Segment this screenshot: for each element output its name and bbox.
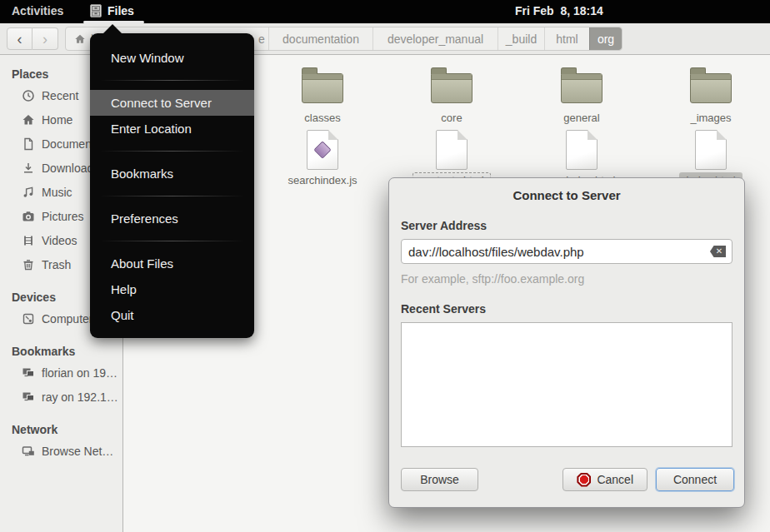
sidebar-item-label: Computer	[42, 312, 92, 326]
forward-button[interactable]: ›	[32, 27, 58, 50]
browse-button[interactable]: Browse	[401, 468, 478, 491]
connect-to-server-dialog: Connect to Server Server Address ✕ For e…	[388, 177, 745, 508]
folder-item-core[interactable]: core	[402, 63, 502, 126]
folder-icon	[561, 73, 602, 103]
recent-servers-list[interactable]	[401, 322, 732, 447]
app-menu-button[interactable]: Files	[88, 0, 134, 22]
breadcrumb-label: _build	[506, 32, 537, 46]
breadcrumb-segment-build[interactable]: _build	[498, 27, 544, 50]
menu-separator	[100, 241, 244, 241]
breadcrumb-label: developer_manual	[388, 32, 483, 46]
breadcrumb-segment-org-current[interactable]: org	[589, 27, 622, 50]
file-icon	[436, 130, 468, 170]
menu-arrow	[102, 24, 122, 34]
file-name-label: _images	[683, 110, 738, 126]
film-icon	[22, 234, 35, 247]
folder-item-classes[interactable]: classes	[272, 63, 372, 126]
sidebar-item-label: florian on 19…	[42, 366, 118, 380]
sidebar-item-label: Music	[42, 186, 72, 199]
clock[interactable]: Fri Feb 8, 18:14	[515, 4, 603, 17]
dialog-button-row: Browse Cancel Connect	[401, 468, 734, 491]
files-app-icon	[88, 3, 103, 18]
file-icon	[307, 130, 338, 170]
folder-icon	[690, 73, 732, 103]
server-address-label: Server Address	[401, 219, 732, 232]
server-address-input[interactable]	[401, 239, 732, 264]
breadcrumb-hidden-label: e	[258, 32, 265, 46]
connect-button-label: Connect	[673, 473, 717, 486]
breadcrumb-segment-documentation[interactable]: documentation	[268, 27, 372, 50]
sidebar-item-bookmark-florian[interactable]: florian on 19…	[0, 360, 122, 385]
camera-icon	[22, 210, 35, 223]
recent-servers-label: Recent Servers	[401, 302, 732, 316]
sidebar-item-label: Videos	[42, 234, 78, 247]
files-app-menu: New Window Connect to Server Enter Locat…	[90, 33, 254, 338]
menu-item-about-files[interactable]: About Files	[90, 251, 254, 276]
file-name-label: classes	[298, 110, 347, 126]
chevron-left-icon: ‹	[18, 32, 22, 47]
top-bar: Activities Files Fri Feb 8, 18:14	[0, 0, 770, 23]
app-menu-label: Files	[108, 4, 134, 17]
sidebar-heading-bookmarks: Bookmarks	[0, 342, 122, 360]
folder-icon	[431, 73, 472, 103]
network-browse-icon	[22, 445, 35, 458]
menu-item-bookmarks[interactable]: Bookmarks	[90, 161, 254, 186]
clock-icon	[22, 89, 35, 102]
back-button[interactable]: ‹	[7, 27, 32, 50]
menu-item-new-window[interactable]: New Window	[90, 45, 254, 71]
menu-separator	[100, 196, 244, 196]
server-address-hint: For example, sftp://foo.example.org	[401, 272, 732, 286]
remote-computer-icon	[22, 366, 35, 380]
menu-item-help[interactable]: Help	[90, 276, 254, 302]
breadcrumb-label: documentation	[282, 32, 359, 46]
breadcrumb-segment-html[interactable]: html	[544, 27, 589, 50]
home-icon	[22, 113, 35, 127]
browse-button-label: Browse	[420, 473, 459, 486]
trash-icon	[22, 258, 35, 271]
breadcrumb-label: html	[556, 32, 578, 46]
chevron-right-icon: ›	[42, 32, 48, 47]
file-name-label: core	[434, 110, 468, 126]
file-icon	[566, 130, 598, 170]
download-icon	[22, 162, 35, 175]
menu-separator	[100, 151, 244, 152]
document-icon	[22, 137, 35, 151]
sidebar-item-label: Home	[42, 113, 72, 127]
menu-item-quit[interactable]: Quit	[90, 302, 254, 328]
file-icon	[695, 130, 727, 170]
sidebar-item-label: ray on 192.1…	[42, 390, 118, 404]
breadcrumb-segment-developer-manual[interactable]: developer_manual	[372, 27, 498, 50]
sidebar-item-label: Pictures	[42, 210, 84, 223]
breadcrumb-label: org	[598, 32, 614, 46]
file-item-searchindex-js[interactable]: searchindex.js	[272, 130, 372, 188]
script-emblem-icon	[313, 141, 331, 158]
sidebar-item-browse-network[interactable]: Browse Net…	[0, 439, 122, 463]
sidebar-item-bookmark-ray[interactable]: ray on 192.1…	[0, 385, 122, 409]
stop-icon	[577, 473, 591, 487]
cancel-button-label: Cancel	[597, 473, 633, 486]
menu-item-connect-to-server[interactable]: Connect to Server	[90, 90, 254, 116]
home-icon	[74, 33, 86, 45]
music-icon	[22, 186, 35, 199]
menu-item-preferences[interactable]: Preferences	[90, 206, 254, 231]
computer-icon	[22, 312, 35, 326]
folder-item-general[interactable]: general	[532, 63, 632, 126]
files-app-window: Activities Files Fri Feb 8, 18:14 ‹ ›	[0, 0, 770, 532]
breadcrumb-hidden-segment[interactable]: e	[255, 27, 268, 50]
file-name-label: general	[557, 110, 606, 126]
connect-button[interactable]: Connect	[656, 468, 734, 491]
file-name-label: searchindex.js	[281, 172, 363, 188]
sidebar-item-label: Browse Net…	[42, 445, 113, 458]
menu-item-enter-location[interactable]: Enter Location	[90, 116, 254, 142]
folder-item-images[interactable]: _images	[661, 63, 761, 126]
folder-icon	[302, 73, 343, 103]
history-nav-group: ‹ ›	[7, 27, 58, 50]
dialog-title: Connect to Server	[389, 178, 744, 202]
menu-separator	[100, 80, 244, 81]
sidebar-item-label: Recent	[42, 89, 78, 102]
sidebar-item-label: Trash	[42, 258, 71, 271]
activities-button[interactable]: Activities	[12, 4, 63, 17]
remote-computer-icon	[22, 390, 35, 404]
cancel-button[interactable]: Cancel	[562, 468, 648, 491]
sidebar-heading-network: Network	[0, 420, 122, 439]
